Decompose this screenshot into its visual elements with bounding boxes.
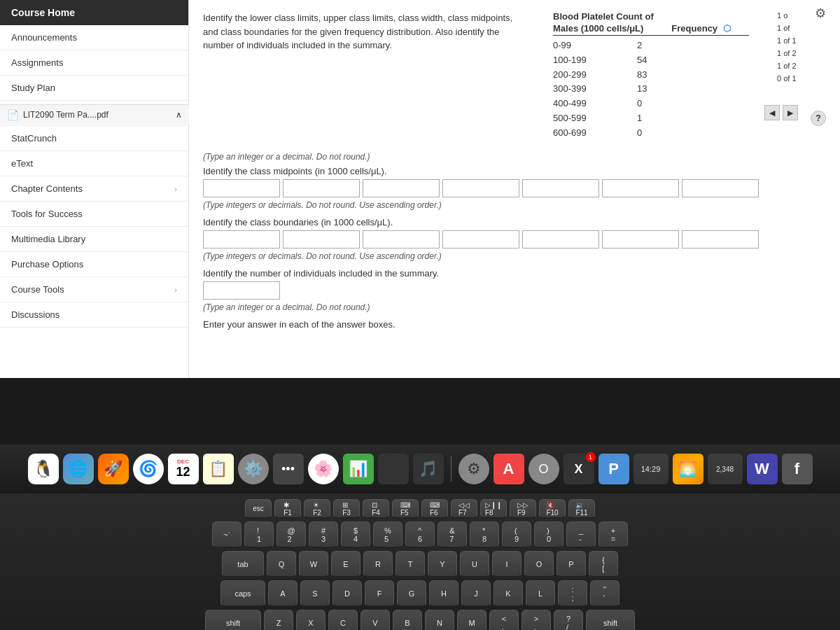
dock-w[interactable]: W: [747, 454, 778, 484]
key-d[interactable]: D: [332, 580, 362, 607]
key-n[interactable]: N: [425, 610, 454, 630]
dock-settings[interactable]: ⚙️: [238, 454, 269, 484]
prev-button[interactable]: ◀: [764, 105, 780, 120]
key-shift-left[interactable]: shift: [205, 610, 261, 630]
sidebar-item-etext[interactable]: eText: [0, 151, 188, 176]
key-8[interactable]: *8: [470, 522, 499, 548]
key-m[interactable]: M: [457, 610, 486, 630]
key-f2[interactable]: ☀F2: [304, 499, 330, 519]
midpoints-input-4[interactable]: [442, 179, 519, 197]
sidebar-item-assignments[interactable]: Assignments: [0, 50, 188, 76]
sidebar-item-tools-success[interactable]: Tools for Success: [0, 202, 188, 227]
midpoints-input-3[interactable]: [363, 179, 440, 197]
key-u[interactable]: U: [460, 551, 489, 578]
freq-link-icon[interactable]: ⬡: [723, 23, 731, 34]
key-f11[interactable]: 🔉F11: [568, 499, 595, 519]
key-e[interactable]: E: [331, 551, 360, 578]
dock-circle[interactable]: O: [528, 454, 559, 484]
key-j[interactable]: J: [461, 580, 491, 607]
key-tab[interactable]: tab: [222, 551, 264, 578]
key-tilde[interactable]: ~`: [212, 522, 241, 548]
key-f6[interactable]: ⌨F6: [421, 499, 448, 519]
dock-media[interactable]: 🖼: [378, 454, 409, 484]
sidebar-item-multimedia[interactable]: Multimedia Library: [0, 227, 188, 252]
key-q[interactable]: Q: [267, 551, 296, 578]
key-b[interactable]: B: [393, 610, 422, 630]
key-z[interactable]: Z: [264, 610, 293, 630]
dock-x[interactable]: X 1: [564, 454, 594, 484]
key-v[interactable]: V: [360, 610, 390, 630]
boundaries-input-5[interactable]: [522, 230, 599, 248]
key-f4[interactable]: ⊡F4: [363, 499, 389, 519]
key-bracket-left[interactable]: {[: [589, 551, 618, 578]
key-c[interactable]: C: [328, 610, 358, 630]
key-9[interactable]: (9: [502, 522, 531, 548]
boundaries-input-6[interactable]: [602, 230, 679, 248]
key-f10[interactable]: 🔇F10: [539, 499, 566, 519]
key-t[interactable]: T: [396, 551, 425, 578]
key-5[interactable]: %5: [373, 522, 402, 548]
sidebar-item-chapter-contents[interactable]: Chapter Contents ›: [0, 176, 188, 202]
sidebar-item-course-tools[interactable]: Course Tools ›: [0, 277, 188, 302]
key-6[interactable]: ^6: [405, 522, 435, 548]
boundaries-input-4[interactable]: [442, 230, 519, 248]
dock-f[interactable]: f: [782, 454, 813, 484]
dock-launchpad[interactable]: 🚀: [98, 454, 129, 484]
dock-charts[interactable]: 📊: [343, 454, 374, 484]
key-0[interactable]: )0: [534, 522, 564, 548]
key-w[interactable]: W: [299, 551, 328, 578]
key-f5[interactable]: ⌨F5: [392, 499, 419, 519]
dock-chrome[interactable]: 🌀: [133, 454, 164, 484]
key-plus[interactable]: +=: [598, 522, 628, 548]
key-o[interactable]: O: [524, 551, 554, 578]
key-1[interactable]: !1: [244, 522, 274, 548]
help-button[interactable]: ?: [811, 111, 826, 126]
dock-a-icon[interactable]: A: [493, 454, 524, 484]
key-l[interactable]: L: [526, 580, 555, 607]
midpoints-input-5[interactable]: [522, 179, 599, 197]
key-3[interactable]: #3: [309, 522, 338, 548]
key-f7[interactable]: ◁◁F7: [451, 499, 477, 519]
key-f9[interactable]: ▷▷F9: [510, 499, 536, 519]
key-comma[interactable]: <,: [489, 610, 519, 630]
sidebar-item-purchase-options[interactable]: Purchase Options: [0, 252, 188, 277]
key-7[interactable]: &7: [438, 522, 467, 548]
dock-notes[interactable]: 📋: [203, 454, 234, 484]
dock-music[interactable]: 🎵: [413, 454, 444, 484]
key-semicolon[interactable]: :;: [558, 580, 587, 607]
key-i[interactable]: I: [492, 551, 522, 578]
dock-calendar[interactable]: DEC 12: [168, 454, 199, 484]
individuals-input[interactable]: [203, 281, 280, 300]
boundaries-input-3[interactable]: [363, 230, 440, 248]
key-y[interactable]: Y: [428, 551, 457, 578]
key-2[interactable]: @2: [276, 522, 306, 548]
key-f1[interactable]: ✱F1: [274, 499, 301, 519]
key-f3[interactable]: ⊞F3: [333, 499, 360, 519]
dock-safari[interactable]: 🌐: [63, 454, 94, 484]
key-f8[interactable]: ▷❙❙F8: [480, 499, 507, 519]
key-period[interactable]: >.: [522, 610, 551, 630]
boundaries-input-1[interactable]: [203, 230, 280, 248]
key-x[interactable]: X: [296, 610, 326, 630]
midpoints-input-7[interactable]: [682, 179, 759, 197]
dock-wallpaper[interactable]: 🌅: [673, 454, 704, 484]
key-h[interactable]: H: [429, 580, 458, 607]
key-f[interactable]: F: [365, 580, 394, 607]
midpoints-input-6[interactable]: [602, 179, 679, 197]
dock-dots[interactable]: •••: [273, 454, 304, 484]
key-quote[interactable]: "': [590, 580, 620, 607]
key-p[interactable]: P: [556, 551, 586, 578]
key-r[interactable]: R: [363, 551, 393, 578]
key-caps[interactable]: caps: [220, 580, 265, 607]
key-s[interactable]: S: [300, 580, 330, 607]
midpoints-input-2[interactable]: [283, 179, 360, 197]
sidebar-item-statcrunch[interactable]: StatCrunch: [0, 126, 188, 151]
gear-icon[interactable]: ⚙: [815, 6, 826, 21]
sidebar-item-discussions[interactable]: Discussions: [0, 302, 188, 328]
sidebar-item-study-plan[interactable]: Study Plan: [0, 76, 188, 101]
key-g[interactable]: G: [397, 580, 426, 607]
key-4[interactable]: $4: [341, 522, 370, 548]
dock-p[interactable]: P: [598, 454, 629, 484]
dock-finder[interactable]: 🐧: [28, 454, 59, 484]
boundaries-input-2[interactable]: [283, 230, 360, 248]
